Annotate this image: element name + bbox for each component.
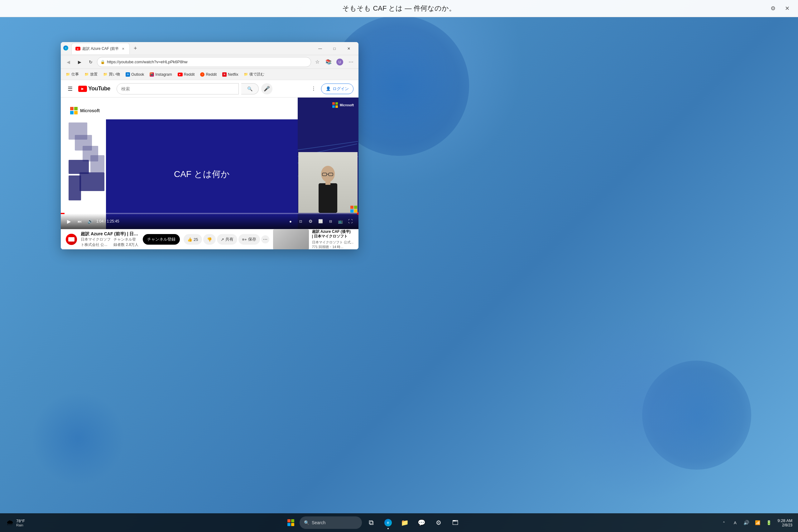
save-icon: ≡+ (242, 237, 247, 242)
volume-tray[interactable]: 🔊 (741, 518, 751, 528)
miniplayer-btn[interactable]: ⊡ (296, 217, 305, 226)
tab-close-btn[interactable]: ✕ (121, 46, 126, 51)
keyboard-icon: A (734, 520, 737, 525)
lock-icon: 🔒 (100, 60, 105, 64)
win-cell-red (287, 519, 290, 522)
network-tray[interactable]: 📶 (753, 518, 762, 528)
task-view-btn[interactable]: ⧉ (364, 515, 379, 530)
url-input[interactable] (107, 59, 308, 64)
mini-btn[interactable]: ⊟ (326, 217, 335, 226)
share-btn[interactable]: ↗ 共有 (217, 234, 237, 245)
weather-widget[interactable]: 🌧 78°F Rain (3, 517, 28, 528)
keyboard-tray[interactable]: A (730, 518, 740, 528)
taskbar-search-label: Search (312, 520, 325, 525)
another-app-btn[interactable]: 🗔 (448, 515, 463, 530)
save-btn[interactable]: ≡+ 保存 (239, 234, 260, 245)
rec-thumbnail[interactable] (273, 229, 309, 250)
teams-btn[interactable]: 💬 (414, 515, 429, 530)
svg-rect-4 (319, 183, 337, 213)
task-view-icon: ⧉ (369, 519, 374, 527)
youtube-signin-btn[interactable]: 👤 ログイン (321, 83, 354, 94)
bookmark-atodem[interactable]: 📁 後で読む (241, 71, 267, 78)
bookmark-outlook-label: Outlook (131, 72, 144, 77)
win-cell-blue (287, 523, 290, 526)
cast-btn[interactable]: 📺 (336, 217, 345, 226)
favorites-btn[interactable]: ☆ (312, 57, 322, 67)
taskbar-search[interactable]: 🔍 Search (300, 516, 362, 529)
taskbar-center: 🔍 Search ⧉ e 📁 💬 ⚙ 🗔 (31, 515, 716, 530)
subtitles-btn[interactable]: ● (286, 217, 295, 226)
like-btn[interactable]: 👍 25 (184, 234, 202, 245)
video-player-area[interactable]: Microsoft CAF とは何か (61, 98, 359, 229)
edge-icon: e (63, 45, 68, 51)
bookmark-kaimono-label: 買い物 (109, 72, 120, 77)
settings-btn[interactable]: ⋯ (346, 57, 356, 67)
youtube-search-input[interactable] (117, 83, 239, 94)
youtube-more-options-btn[interactable]: ⋮ (309, 84, 319, 94)
ms-logo-text-right: Microsoft (340, 103, 354, 107)
youtube-voice-btn[interactable]: 🎤 (261, 83, 272, 94)
notification-settings-btn[interactable]: ⚙ (768, 4, 778, 13)
active-tab[interactable]: 超訳 Azure CAF (前半 ✕ (71, 43, 130, 54)
refresh-btn[interactable]: ↻ (86, 57, 96, 67)
settings-btn[interactable]: ⚙ (306, 217, 315, 226)
edge-taskbar-btn[interactable]: e (381, 515, 396, 530)
profile-btn[interactable]: U (335, 57, 345, 67)
netflix-icon: N (222, 72, 227, 77)
new-tab-btn[interactable]: + (131, 44, 140, 53)
notification-close-btn[interactable]: ✕ (782, 4, 792, 13)
bookmark-outlook[interactable]: O Outlook (123, 71, 147, 78)
more-actions-btn[interactable]: ⋯ (261, 235, 269, 243)
volume-btn[interactable]: 🔊 (86, 217, 94, 226)
youtube-page: ☰ YouTube 🔍 🎤 ⋮ 👤 ログイン (61, 80, 359, 249)
forward-btn[interactable]: ▶ (75, 57, 84, 67)
minimize-btn[interactable]: — (313, 44, 327, 53)
bookmark-youtube[interactable]: Reddit (175, 71, 197, 78)
bookmark-netflix[interactable]: N Netflix (220, 71, 241, 78)
back-btn[interactable]: ◀ (63, 57, 73, 67)
dislike-btn[interactable]: 👎 (203, 234, 216, 245)
windows-start-btn[interactable] (284, 516, 298, 530)
ms-watermark-grid (350, 206, 357, 212)
bookmark-shigoto[interactable]: 📁 仕事 (63, 71, 81, 78)
next-btn[interactable]: ⏭ (75, 217, 84, 226)
tray-chevron-btn[interactable]: ^ (719, 518, 729, 528)
youtube-search-btn[interactable]: 🔍 (241, 83, 259, 94)
video-title-area: 超訳 Azure CAF (前半) | 日本マイクロソフト 日本マイクロソフト株… (81, 231, 139, 247)
bookmark-reddit[interactable]: r Reddit (197, 71, 219, 78)
stair-block-5 (69, 160, 89, 174)
subscribe-btn[interactable]: チャンネル登録 (143, 234, 180, 245)
ms-cell-red (70, 107, 74, 110)
subscriber-count: チャンネル登録者数 2.8万人 (113, 237, 139, 247)
youtube-menu-btn[interactable]: ☰ (66, 83, 75, 94)
bookmark-reddit-label: Reddit (206, 72, 217, 77)
settings-taskbar-btn[interactable]: ⚙ (431, 515, 446, 530)
dislike-icon: 👎 (207, 237, 212, 242)
svg-rect-5 (325, 181, 330, 185)
file-explorer-btn[interactable]: 📁 (397, 515, 413, 530)
close-btn[interactable]: ✕ (342, 44, 356, 53)
theater-btn[interactable]: ⬜ (316, 217, 325, 226)
youtube-logo: YouTube (78, 86, 110, 92)
person-camera-overlay (298, 152, 358, 213)
save-label: 保存 (248, 236, 256, 242)
folder-icon-2: 📁 (84, 72, 89, 77)
browser-window: e 超訳 Azure CAF (前半 ✕ + — □ ✕ ◀ ▶ ↻ 🔒 ☆ (61, 42, 359, 249)
battery-tray[interactable]: 🔋 (764, 518, 774, 528)
youtube-logo-text: YouTube (88, 86, 110, 92)
bookmark-netflix-label: Netflix (228, 72, 238, 77)
play-pause-btn[interactable]: ▶ (64, 217, 73, 226)
fullscreen-btn[interactable]: ⛶ (346, 217, 355, 226)
bookmark-shurui-label: 放置 (90, 72, 98, 77)
collections-btn[interactable]: 📚 (324, 57, 334, 67)
slide-title-text: CAF とは何か (174, 168, 230, 180)
address-bar[interactable]: 🔒 (97, 57, 311, 67)
ms-grid-logo (70, 107, 78, 114)
maximize-btn[interactable]: □ (327, 44, 342, 53)
share-label: 共有 (225, 236, 233, 242)
bookmark-shurui[interactable]: 📁 放置 (82, 71, 100, 78)
clock[interactable]: 9:28 AM 2/8/23 (775, 518, 795, 527)
teams-icon: 💬 (418, 519, 425, 526)
bookmark-kaimono[interactable]: 📁 買い物 (101, 71, 122, 78)
bookmark-instagram[interactable]: 📷 Instagram (147, 71, 174, 78)
